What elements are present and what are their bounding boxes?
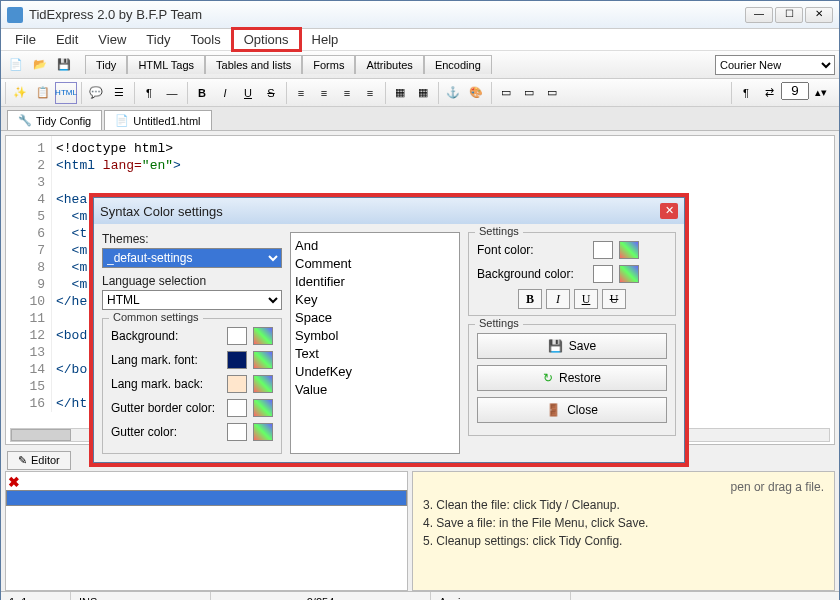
- font-settings-group: Settings Font color: Background color: B…: [468, 232, 676, 316]
- tab-tidy[interactable]: Tidy: [85, 55, 127, 74]
- gborder-swatch[interactable]: [227, 399, 247, 417]
- bold-toggle[interactable]: B: [518, 289, 542, 309]
- close-dialog-button[interactable]: 🚪Close: [477, 397, 667, 423]
- hint-partial: pen or drag a file.: [423, 478, 824, 496]
- tab-htmltags[interactable]: HTML Tags: [127, 55, 205, 74]
- html-icon[interactable]: HTML: [55, 82, 77, 104]
- dialog-close-button[interactable]: ✕: [660, 203, 678, 219]
- bg-swatch[interactable]: [227, 327, 247, 345]
- tab-forms[interactable]: Forms: [302, 55, 355, 74]
- wand-icon[interactable]: ✨: [9, 82, 31, 104]
- hints-pane: pen or drag a file. 3. Clean the file: c…: [412, 471, 835, 591]
- underline-icon[interactable]: U: [237, 82, 259, 104]
- underline-toggle[interactable]: U: [574, 289, 598, 309]
- maximize-button[interactable]: ☐: [775, 7, 803, 23]
- common-settings-group: Common settings Background: Lang mark. f…: [102, 318, 282, 454]
- align-center-icon[interactable]: ≡: [313, 82, 335, 104]
- status-enc: Ansi: [431, 592, 571, 600]
- anchor-icon[interactable]: ⚓: [442, 82, 464, 104]
- bg-label: Background:: [111, 329, 221, 343]
- misc1-icon[interactable]: ▭: [495, 82, 517, 104]
- minimize-button[interactable]: —: [745, 7, 773, 23]
- lmback-swatch[interactable]: [227, 375, 247, 393]
- gcolor-color-button[interactable]: [253, 423, 273, 441]
- tab-encoding[interactable]: Encoding: [424, 55, 492, 74]
- close-button[interactable]: ✕: [805, 7, 833, 23]
- dialog-titlebar: Syntax Color settings ✕: [94, 198, 684, 224]
- common-legend: Common settings: [109, 311, 203, 323]
- lmfont-color-button[interactable]: [253, 351, 273, 369]
- block2-icon[interactable]: ▦: [412, 82, 434, 104]
- font-family-select[interactable]: Courier New: [715, 55, 835, 75]
- open-file-icon[interactable]: 📂: [29, 54, 51, 76]
- menu-edit[interactable]: Edit: [46, 30, 88, 49]
- lmfont-swatch[interactable]: [227, 351, 247, 369]
- italic-icon[interactable]: I: [214, 82, 236, 104]
- token-and[interactable]: And: [295, 237, 455, 255]
- lmback-color-button[interactable]: [253, 375, 273, 393]
- bold-icon[interactable]: B: [191, 82, 213, 104]
- token-key[interactable]: Key: [295, 291, 455, 309]
- token-value[interactable]: Value: [295, 381, 455, 399]
- tab-tables[interactable]: Tables and lists: [205, 55, 302, 74]
- themes-label: Themes:: [102, 232, 282, 246]
- align-justify-icon[interactable]: ≡: [359, 82, 381, 104]
- lmback-label: Lang mark. back:: [111, 377, 221, 391]
- bgcolor-swatch[interactable]: [593, 265, 613, 283]
- menu-view[interactable]: View: [88, 30, 136, 49]
- pilcrow2-icon[interactable]: ¶: [735, 82, 757, 104]
- pencil-icon: ✎: [18, 454, 27, 467]
- comment-icon[interactable]: 💬: [85, 82, 107, 104]
- bars-icon[interactable]: ☰: [108, 82, 130, 104]
- pilcrow-icon[interactable]: ¶: [138, 82, 160, 104]
- app-icon: [7, 7, 23, 23]
- gborder-color-button[interactable]: [253, 399, 273, 417]
- token-symbol[interactable]: Symbol: [295, 327, 455, 345]
- font-size-input[interactable]: [781, 82, 809, 100]
- menu-file[interactable]: File: [5, 30, 46, 49]
- token-text[interactable]: Text: [295, 345, 455, 363]
- italic-toggle[interactable]: I: [546, 289, 570, 309]
- toggle-icon[interactable]: ⇄: [758, 82, 780, 104]
- strike-icon[interactable]: S: [260, 82, 282, 104]
- align-right-icon[interactable]: ≡: [336, 82, 358, 104]
- misc2-icon[interactable]: ▭: [518, 82, 540, 104]
- copy-icon[interactable]: 📋: [32, 82, 54, 104]
- save-file-icon[interactable]: 💾: [53, 54, 75, 76]
- menu-options[interactable]: Options: [231, 27, 302, 52]
- fontcolor-button[interactable]: [619, 241, 639, 259]
- bottom-tab-editor[interactable]: ✎Editor: [7, 451, 71, 470]
- gcolor-swatch[interactable]: [227, 423, 247, 441]
- token-identifier[interactable]: Identifier: [295, 273, 455, 291]
- hr-icon[interactable]: —: [161, 82, 183, 104]
- save-button[interactable]: 💾Save: [477, 333, 667, 359]
- token-undef[interactable]: UndefKey: [295, 363, 455, 381]
- token-list[interactable]: And Comment Identifier Key Space Symbol …: [290, 232, 460, 454]
- filetab-untitled[interactable]: 📄Untitled1.html: [104, 110, 211, 130]
- token-space[interactable]: Space: [295, 309, 455, 327]
- fontcolor-swatch[interactable]: [593, 241, 613, 259]
- menu-tools[interactable]: Tools: [180, 30, 230, 49]
- bg-color-button[interactable]: [253, 327, 273, 345]
- strike-toggle[interactable]: U: [602, 289, 626, 309]
- new-file-icon[interactable]: 📄: [5, 54, 27, 76]
- align-left-icon[interactable]: ≡: [290, 82, 312, 104]
- misc3-icon[interactable]: ▭: [541, 82, 563, 104]
- statusbar: 1: 1 INS 0/254 Ansi: [1, 591, 839, 600]
- menu-tidy[interactable]: Tidy: [136, 30, 180, 49]
- colors-icon[interactable]: 🎨: [465, 82, 487, 104]
- tab-attributes[interactable]: Attributes: [355, 55, 423, 74]
- error-pane[interactable]: ✖: [5, 471, 408, 591]
- stepper-icon[interactable]: ▴▾: [810, 82, 832, 104]
- language-select[interactable]: HTML: [102, 290, 282, 310]
- block1-icon[interactable]: ▦: [389, 82, 411, 104]
- restore-button[interactable]: ↻Restore: [477, 365, 667, 391]
- menu-help[interactable]: Help: [302, 30, 349, 49]
- filetab-tidyconfig[interactable]: 🔧Tidy Config: [7, 110, 102, 130]
- token-comment[interactable]: Comment: [295, 255, 455, 273]
- bgcolor-button[interactable]: [619, 265, 639, 283]
- gutter: 12345678910111213141516: [6, 136, 52, 412]
- app-title: TidExpress 2.0 by B.F.P Team: [29, 7, 745, 22]
- themes-select[interactable]: _defaut-settings: [102, 248, 282, 268]
- titlebar: TidExpress 2.0 by B.F.P Team — ☐ ✕: [1, 1, 839, 29]
